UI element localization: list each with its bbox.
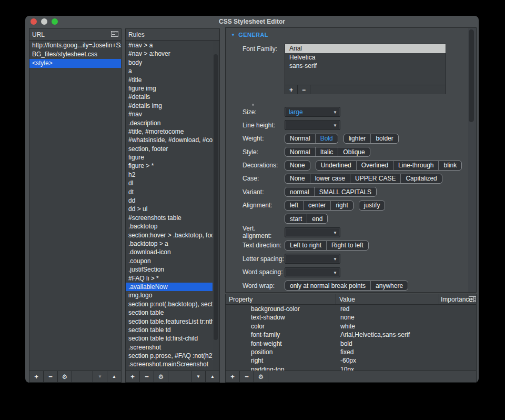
- disclosure-triangle-icon[interactable]: ▼: [231, 33, 235, 37]
- rule-item-coupon[interactable]: .coupon: [126, 257, 213, 265]
- segment-button-overlined[interactable]: Overlined: [356, 161, 393, 170]
- rule-item-nav-a[interactable]: #nav > a: [126, 41, 213, 49]
- move-rule-up-button[interactable]: ▲: [205, 371, 219, 382]
- rules-scrollbar-thumb[interactable]: [214, 54, 218, 340]
- rule-item-h2[interactable]: h2: [126, 171, 213, 179]
- rule-item-nav[interactable]: #nav: [126, 110, 213, 118]
- dropdown-vert-alignment[interactable]: ▼: [285, 227, 340, 237]
- add-property-button[interactable]: +: [226, 371, 240, 382]
- rule-item-details-img[interactable]: #details img: [126, 102, 213, 110]
- rule-item-availablenow[interactable]: .availableNow: [126, 283, 213, 291]
- dropdown-letter-spacing[interactable]: ▼: [285, 254, 340, 264]
- segment-button-left-to-right[interactable]: Left to right: [285, 241, 326, 250]
- general-scrollbar-track[interactable]: [468, 28, 476, 292]
- remove-rule-button[interactable]: −: [140, 371, 154, 382]
- rule-item-download-icon[interactable]: .download-icon: [126, 248, 213, 256]
- segment-button-normal[interactable]: Normal: [285, 147, 315, 156]
- property-row-position[interactable]: positionfixed: [226, 348, 476, 356]
- property-column-header[interactable]: Property: [226, 294, 336, 304]
- remove-font-button[interactable]: −: [298, 85, 310, 94]
- segment-button-capitalized[interactable]: Capitalized: [400, 174, 441, 183]
- segment-button-normal[interactable]: Normal: [285, 134, 315, 143]
- segment-button-upper-case[interactable]: UPPER CASE: [350, 174, 400, 183]
- rule-item-justifsection[interactable]: .justifSection: [126, 265, 213, 274]
- rule-item-section-table[interactable]: section table: [126, 308, 213, 317]
- property-row-background-color[interactable]: background-colorred: [226, 305, 476, 313]
- segment-button-lower-case[interactable]: lower case: [310, 174, 350, 183]
- rule-item-backtotop-a[interactable]: .backtotop > a: [126, 239, 213, 248]
- property-row-font-family[interactable]: font-familyArial,Helvetica,sans-serif: [226, 331, 476, 339]
- segment-button-none[interactable]: None: [285, 174, 310, 183]
- segment-button-right-to-left[interactable]: Right to left: [326, 241, 368, 250]
- rule-item-dd[interactable]: dd: [126, 196, 213, 205]
- segment-button-normal[interactable]: normal: [285, 187, 314, 196]
- rules-scrollbar-track[interactable]: [213, 41, 219, 370]
- general-scrollbar-thumb[interactable]: [469, 29, 474, 122]
- rule-item-section-p-prose-faq-not-h2[interactable]: section p.prose, #FAQ :not(h2):...: [126, 352, 213, 360]
- rule-item-dt[interactable]: dt: [126, 188, 213, 196]
- stylesheet-options-button[interactable]: ⚙: [58, 371, 72, 382]
- dropdown-line-height[interactable]: ▼: [285, 120, 340, 130]
- rule-item-details[interactable]: #details: [126, 93, 213, 101]
- add-font-button[interactable]: +: [285, 85, 298, 94]
- rule-item-section-table-td[interactable]: section table td: [126, 326, 213, 334]
- segment-button-small-capitals[interactable]: SMALL CAPITALS: [314, 187, 376, 196]
- rule-item-figure[interactable]: figure: [126, 153, 213, 162]
- property-row-color[interactable]: colorwhite: [226, 322, 476, 331]
- url-item-bg-files-stylesheet-css[interactable]: BG_files/stylesheet.css: [29, 50, 121, 59]
- segment-button-bold[interactable]: Bold: [315, 134, 338, 143]
- property-row-padding-top[interactable]: padding-top10px: [226, 365, 476, 371]
- rule-item-figure[interactable]: figure > *: [126, 162, 213, 170]
- segment-button-anywhere[interactable]: anywhere: [370, 281, 408, 290]
- rule-item-title[interactable]: #title: [126, 76, 213, 84]
- rule-item-faq-li[interactable]: #FAQ li > *: [126, 274, 213, 283]
- rules-column-header[interactable]: Rules: [126, 29, 219, 41]
- remove-property-button[interactable]: −: [240, 371, 254, 382]
- segment-button-center[interactable]: center: [303, 201, 330, 210]
- rule-item-title-moretocome[interactable]: #title, #moretocome: [126, 127, 213, 136]
- rule-item-screenshot-mainscreenshot[interactable]: .screenshot.mainScreenshot: [126, 360, 213, 368]
- importance-column-header[interactable]: Importance: [439, 294, 468, 304]
- property-row-text-shadow[interactable]: text-shadownone: [226, 313, 476, 322]
- segment-button-underlined[interactable]: Underlined: [316, 161, 356, 170]
- rule-item-section-hover-backtotop-foot[interactable]: section:hover > .backtotop, foot...: [126, 231, 213, 239]
- segment-button-oblique[interactable]: Oblique: [338, 147, 369, 156]
- splitter-grip[interactable]: [252, 104, 254, 106]
- value-column-header[interactable]: Value: [336, 294, 439, 304]
- move-stylesheet-down-button[interactable]: ▼: [93, 371, 107, 382]
- segment-button-only-at-normal-break-points[interactable]: only at normal break points: [285, 281, 370, 290]
- url-item-style[interactable]: <style>: [29, 59, 121, 68]
- rule-item-backtotop[interactable]: .backtotop: [126, 222, 213, 231]
- rule-item-section-footer[interactable]: section, footer: [126, 145, 213, 153]
- title-bar[interactable]: CSS Stylesheet Editor: [25, 16, 479, 27]
- dropdown-word-spacing[interactable]: ▼: [285, 267, 340, 277]
- rule-item-body[interactable]: body: [126, 58, 213, 67]
- segment-button-start[interactable]: start: [285, 214, 307, 223]
- column-picker-icon[interactable]: [111, 31, 118, 38]
- remove-stylesheet-button[interactable]: −: [44, 371, 58, 382]
- segment-button-lighter[interactable]: lighter: [344, 134, 371, 143]
- rule-item-nav-a-hover[interactable]: #nav > a:hover: [126, 49, 213, 58]
- rule-item-whatsinside-download-con[interactable]: #whatsinside, #download, #con...: [126, 136, 213, 144]
- add-stylesheet-button[interactable]: +: [29, 371, 44, 382]
- property-row-right[interactable]: right-60px: [226, 356, 476, 365]
- rule-item-screenshot[interactable]: .screenshot: [126, 343, 213, 352]
- segment-button-right[interactable]: right: [330, 201, 352, 210]
- rule-item-a[interactable]: a: [126, 67, 213, 75]
- rule-item-screenshots-table[interactable]: #screenshots table: [126, 214, 213, 222]
- property-row-font-weight[interactable]: font-weightbold: [226, 339, 476, 348]
- font-item-sans-serif[interactable]: sans-serif: [285, 62, 446, 71]
- segment-button-bolder[interactable]: bolder: [370, 134, 398, 143]
- url-item-http-fonts-goog-ily-josefin-sans[interactable]: http://fonts.goog...ily=Josefin+Sans: [29, 41, 121, 50]
- property-column-picker-icon[interactable]: [468, 294, 476, 304]
- segment-button-end[interactable]: end: [307, 214, 327, 223]
- segment-button-blink[interactable]: blink: [438, 161, 461, 170]
- add-rule-button[interactable]: +: [126, 371, 140, 382]
- rule-item-dd-ul[interactable]: dd > ul: [126, 205, 213, 213]
- segment-button-justify[interactable]: justify: [359, 201, 385, 210]
- font-item-helvetica[interactable]: Helvetica: [285, 53, 446, 62]
- rule-item-faq[interactable]: #FAQ ...: [126, 369, 213, 370]
- segment-button-line-through[interactable]: Line-through: [393, 161, 438, 170]
- font-item-arial[interactable]: Arial: [285, 44, 446, 53]
- dropdown-size[interactable]: large▼: [285, 107, 340, 117]
